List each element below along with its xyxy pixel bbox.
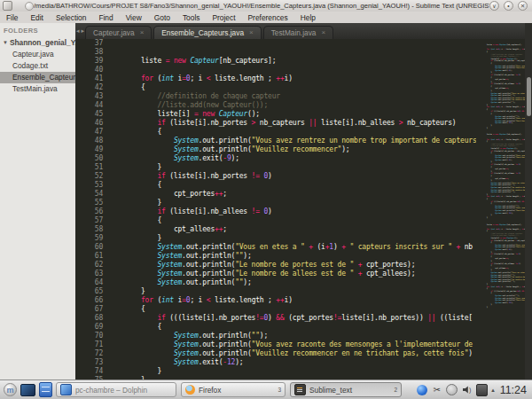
code-line-42[interactable]: { xyxy=(108,83,476,92)
menu-preferences[interactable]: Preferences xyxy=(242,13,294,22)
code-line-73[interactable]: System.exit(-12); xyxy=(108,358,476,367)
code-line-72[interactable]: System.out.println("Veuillez recommencer… xyxy=(108,349,476,358)
code-line-57[interactable]: { xyxy=(108,216,476,225)
code-line-67[interactable]: { xyxy=(108,305,476,314)
code-line-43[interactable]: //definition de chaque capteur xyxy=(108,92,476,101)
tab-ensemble-capteurs-java[interactable]: Ensemble_Capteurs.java× xyxy=(153,26,261,39)
task-button-sublime[interactable]: Sublime_text2 xyxy=(290,382,402,397)
minimize-button[interactable]: ∨ xyxy=(489,1,499,11)
code-line-48[interactable]: System.out.println("Vous avez rentrez un… xyxy=(108,137,476,145)
code-line-46[interactable]: if (liste[i].nb_portes > nb_capteurs || … xyxy=(108,119,476,128)
maximize-button[interactable]: • xyxy=(504,1,513,11)
code-line-37[interactable] xyxy=(108,39,476,48)
tray-expand-icon[interactable]: ▴ xyxy=(491,387,495,394)
close-button[interactable]: ✕ xyxy=(518,1,528,11)
code-line-50[interactable]: System.exit(-9); xyxy=(108,154,476,163)
code-line-65[interactable]: } xyxy=(108,287,476,296)
code-line-62[interactable]: System.out.println("Le nombre de portes … xyxy=(108,261,476,270)
tab-capteur-java[interactable]: Capteur.java× xyxy=(85,26,152,39)
code-pane[interactable]: liste = new Capteur[nb_capteurs]; for (i… xyxy=(108,39,476,379)
code-line-68[interactable]: if (((liste[i].nb_portes!=0) && (cpt_por… xyxy=(108,314,476,323)
tab-label: Capteur.java xyxy=(93,27,135,40)
line-number: 53 xyxy=(75,181,103,190)
code-line-38[interactable] xyxy=(108,48,476,57)
volume-icon[interactable]: ) xyxy=(461,384,473,395)
tab-close-icon[interactable]: × xyxy=(321,29,325,36)
window-titlebar[interactable]: /media/BATHROW/Cours/PROJET S8/Fano3/Sha… xyxy=(0,0,532,12)
tab-testmain-java[interactable]: TestMain.java× xyxy=(263,26,333,39)
task-button-firefox[interactable]: Firefox3 xyxy=(181,382,286,397)
code-line-39[interactable]: liste = new Capteur[nb_capteurs]; xyxy=(478,43,525,46)
clock[interactable]: 11:24 xyxy=(500,384,527,396)
code-line-39[interactable]: liste = new Capteur[nb_capteurs]; xyxy=(478,223,525,226)
code-line-51[interactable]: } xyxy=(108,163,476,172)
code-line-56[interactable]: if (liste[i].nb_allees != 0) xyxy=(108,207,476,216)
code-line-41[interactable]: for (int i=0; i < liste.length ; ++i) xyxy=(108,74,476,83)
sidebar: FOLDERS ▼Shannon_genial_YAOUH! Capteur.j… xyxy=(0,23,75,379)
code-line-40[interactable] xyxy=(108,66,476,74)
line-number: 74 xyxy=(75,367,103,376)
sidebar-file-codage-txt[interactable]: Codage.txt xyxy=(0,60,75,72)
task-badge: 2 xyxy=(394,387,397,393)
menu-goto[interactable]: Goto xyxy=(148,13,176,22)
menu-help[interactable]: Help xyxy=(294,13,322,22)
code-line-70[interactable]: System.out.println(""); xyxy=(108,332,476,340)
code-line-63[interactable]: System.out.println("Le nombre de allees … xyxy=(108,270,476,278)
task-button-dolphin[interactable]: pc-chambre – Dolphin xyxy=(56,382,176,397)
code-line-55[interactable]: } xyxy=(108,199,476,207)
tab-close-icon[interactable]: × xyxy=(140,29,145,36)
code-line-39[interactable]: liste = new Capteur[nb_capteurs]; xyxy=(108,57,476,66)
code-line-44[interactable]: //liste.add(new Capteur()); xyxy=(108,101,476,110)
code-line-66[interactable]: for (int i=0; i < liste.length ; ++i) xyxy=(108,296,476,305)
sidebar-file-ensemble-capteurs-java[interactable]: Ensemble_Capteurs.java xyxy=(0,72,75,83)
code-line-47[interactable]: { xyxy=(108,128,476,137)
sidebar-file-testmain-java[interactable]: TestMain.java xyxy=(0,83,75,95)
code-line-52[interactable]: if (liste[i].nb_portes != 0) xyxy=(108,172,476,181)
sidebar-file-capteur-java[interactable]: Capteur.java xyxy=(0,49,75,60)
code-line-54[interactable]: cpt_portes++; xyxy=(108,190,476,199)
line-number: 48 xyxy=(75,137,103,145)
show-desktop-button[interactable] xyxy=(20,382,35,397)
code-line-39[interactable]: liste = new Capteur[nb_capteurs]; xyxy=(478,133,525,136)
window-title: /media/BATHROW/Cours/PROJET S8/Fano3/Sha… xyxy=(34,2,489,10)
line-number: 71 xyxy=(75,340,103,349)
menu-file[interactable]: File xyxy=(4,13,25,22)
root-folder-label: Shannon_genial_YAOUH! xyxy=(10,38,75,47)
code-line-58[interactable]: cpt_allees++; xyxy=(108,225,476,234)
code-line-45[interactable]: liste[i] = new Capteur(); xyxy=(108,110,476,119)
code-line-71[interactable]: System.out.println("Vous avez raconte de… xyxy=(108,340,476,349)
code-line-60[interactable]: System.out.println("Vous en etes a " + (… xyxy=(108,243,476,252)
code-line-49[interactable]: System.out.println("Veuillez recommencer… xyxy=(108,145,476,154)
tab-close-icon[interactable]: × xyxy=(249,29,254,36)
menu-view[interactable]: View xyxy=(120,13,148,22)
file-manager-launcher[interactable] xyxy=(38,382,53,397)
dolphin-icon xyxy=(60,384,72,395)
vertical-scrollbar[interactable] xyxy=(525,23,532,379)
network-icon[interactable] xyxy=(446,384,458,395)
code-editor[interactable]: 3738394041424344454647484950515253545556… xyxy=(75,39,476,379)
menu-edit[interactable]: Edit xyxy=(25,13,50,22)
device-notifier-icon[interactable] xyxy=(476,384,488,395)
code-line-64[interactable]: System.out.println(""); xyxy=(108,278,476,287)
code-line-69[interactable]: { xyxy=(108,323,476,332)
menu-selection[interactable]: Selection xyxy=(50,13,92,22)
line-number: 50 xyxy=(75,154,103,163)
code-line-53[interactable]: { xyxy=(108,181,476,190)
line-number: 39 xyxy=(75,57,103,66)
menu-project[interactable]: Project xyxy=(206,13,241,22)
klipper-scissors-icon[interactable]: ✂ xyxy=(431,384,442,395)
tabs: Capteur.java×Ensemble_Capteurs.java×Test… xyxy=(85,26,335,39)
code-line-75[interactable]: } xyxy=(478,306,525,309)
code-line-59[interactable]: } xyxy=(108,234,476,243)
code-line-74[interactable]: } xyxy=(108,367,476,376)
line-number: 73 xyxy=(75,358,103,367)
menu-tools[interactable]: Tools xyxy=(176,13,207,22)
minimap[interactable]: liste = new Capteur[nb_capteurs]; for (i… xyxy=(476,39,525,379)
kde-notifier-icon[interactable] xyxy=(416,384,427,395)
menu-find[interactable]: Find xyxy=(92,13,119,22)
code-line-61[interactable]: System.out.println(""); xyxy=(108,252,476,261)
scrollbar-thumb[interactable] xyxy=(527,77,531,116)
mint-menu-button[interactable]: m xyxy=(3,382,18,397)
sticky-window-button[interactable] xyxy=(25,2,34,11)
sidebar-root-folder[interactable]: ▼Shannon_genial_YAOUH! xyxy=(0,37,75,49)
